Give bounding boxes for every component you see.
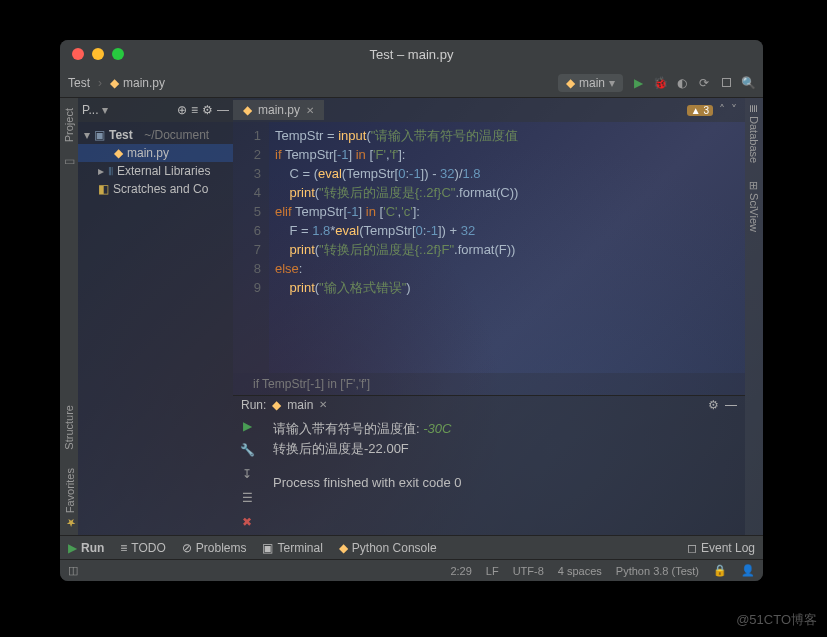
todo-tab[interactable]: ≡TODO: [120, 541, 165, 555]
structure-tool-tab[interactable]: Structure: [61, 399, 77, 456]
breadcrumb[interactable]: Test › ◆ main.py: [68, 76, 165, 90]
collapse-icon[interactable]: ≡: [191, 103, 198, 117]
project-tool-tab[interactable]: Project: [61, 102, 77, 148]
run-tool-window: Run: ◆ main ✕ ⚙ — ▶ 🔧 ↧ ☰ ✖: [233, 395, 745, 535]
run-coverage-button[interactable]: ◐: [675, 76, 689, 90]
run-label: Run:: [241, 398, 266, 412]
run-tab[interactable]: ▶Run: [68, 541, 104, 555]
console-line: 转换后的温度是-22.00F: [273, 439, 733, 459]
debug-button[interactable]: 🐞: [653, 76, 667, 90]
run-config-label: main: [579, 76, 605, 90]
run-button[interactable]: ▶: [631, 76, 645, 90]
python-console-tab[interactable]: ◆Python Console: [339, 541, 437, 555]
bottom-tool-bar: ▶Run ≡TODO ⊘Problems ▣Terminal ◆Python C…: [60, 535, 763, 559]
run-settings-icon[interactable]: ⚙: [708, 398, 719, 412]
code-editor[interactable]: 123456789 TempStr = input("请输入带有符号的温度值if…: [233, 122, 745, 373]
run-config-selector[interactable]: ◆ main ▾: [558, 74, 623, 92]
right-tool-strip: ≣ Database ⊞ SciView: [745, 98, 763, 535]
editor-breadcrumb-hint[interactable]: if TempStr[-1] in ['F','f']: [233, 373, 745, 395]
lock-icon[interactable]: 🔒: [713, 564, 727, 577]
inspect-icon[interactable]: 👤: [741, 564, 755, 577]
run-controls: ▶ 🔧 ↧ ☰ ✖: [233, 413, 261, 535]
event-log-tab[interactable]: ◻Event Log: [687, 541, 755, 555]
tool-window-toggle-icon[interactable]: ◫: [68, 564, 78, 577]
project-panel: P... ▾ ⊕ ≡ ⚙ — ▾ ▣ Test ~/Document ◆ mai…: [78, 98, 233, 535]
python-file-icon: ◆: [243, 103, 252, 117]
tree-file-main[interactable]: ◆ main.py: [78, 144, 233, 162]
titlebar: Test – main.py: [60, 40, 763, 68]
editor-tab-main[interactable]: ◆ main.py ✕: [233, 100, 324, 120]
cursor-position[interactable]: 2:29: [450, 565, 471, 577]
chevron-right-icon: ▸: [98, 164, 104, 178]
run-console[interactable]: 请输入带有符号的温度值: -30C 转换后的温度是-22.00F Process…: [261, 413, 745, 535]
code-content[interactable]: TempStr = input("请输入带有符号的温度值if TempStr[-…: [269, 122, 745, 373]
scratches-icon: ◧: [98, 182, 109, 196]
tree-scratches[interactable]: ◧ Scratches and Co: [78, 180, 233, 198]
python-icon: ◆: [566, 76, 575, 90]
sciview-tool-tab[interactable]: ⊞ SciView: [746, 175, 763, 238]
favorites-tool-tab[interactable]: ★ Favorites: [61, 462, 78, 535]
chevron-right-icon: ›: [98, 76, 102, 90]
editor-area: ◆ main.py ✕ ▲ 3 ˄ ˅ 123456789 TempStr = …: [233, 98, 745, 535]
console-line: Process finished with exit code 0: [273, 473, 733, 493]
database-tool-tab[interactable]: ≣ Database: [746, 98, 763, 169]
hide-icon[interactable]: —: [217, 103, 229, 117]
line-separator[interactable]: LF: [486, 565, 499, 577]
project-panel-header: P... ▾ ⊕ ≡ ⚙ —: [78, 98, 233, 122]
folder-icon: ▣: [94, 128, 105, 142]
delete-icon[interactable]: ✖: [242, 515, 252, 529]
terminal-tab[interactable]: ▣Terminal: [262, 541, 322, 555]
navigation-bar: Test › ◆ main.py ◆ main ▾ ▶ 🐞 ◐ ⟳ 🔍: [60, 68, 763, 98]
editor-tab-label: main.py: [258, 103, 300, 117]
close-run-tab-icon[interactable]: ✕: [319, 399, 327, 410]
editor-tab-bar: ◆ main.py ✕ ▲ 3 ˄ ˅: [233, 98, 745, 122]
indent-setting[interactable]: 4 spaces: [558, 565, 602, 577]
rerun-button[interactable]: ▶: [243, 419, 252, 433]
line-gutter: 123456789: [233, 122, 269, 373]
project-view-label[interactable]: P...: [82, 103, 98, 117]
tree-root[interactable]: ▾ ▣ Test ~/Document: [78, 126, 233, 144]
breadcrumb-project[interactable]: Test: [68, 76, 90, 90]
search-icon[interactable]: 🔍: [741, 76, 755, 90]
inspection-warning-badge[interactable]: ▲ 3: [687, 105, 713, 116]
hide-run-icon[interactable]: —: [725, 398, 737, 412]
chevron-down-icon: ▾: [84, 128, 90, 142]
left-tool-strip: Project ▭ Structure ★ Favorites: [60, 98, 78, 535]
bookmarks-icon[interactable]: ▭: [64, 154, 75, 168]
breadcrumb-file[interactable]: main.py: [123, 76, 165, 90]
run-header: Run: ◆ main ✕ ⚙ —: [233, 395, 745, 413]
print-icon[interactable]: ☰: [242, 491, 253, 505]
python-file-icon: ◆: [110, 76, 119, 90]
watermark: @51CTO博客: [736, 611, 817, 629]
python-file-icon: ◆: [114, 146, 123, 160]
console-line: 请输入带有符号的温度值: -30C: [273, 419, 733, 439]
chevron-down-icon: ▾: [609, 76, 615, 90]
window-title: Test – main.py: [60, 47, 763, 62]
stop-button[interactable]: [719, 76, 733, 90]
status-bar: ◫ 2:29 LF UTF-8 4 spaces Python 3.8 (Tes…: [60, 559, 763, 581]
scroll-icon[interactable]: ↧: [242, 467, 252, 481]
problems-tab[interactable]: ⊘Problems: [182, 541, 247, 555]
prev-highlight-icon[interactable]: ˄: [719, 103, 725, 117]
close-tab-icon[interactable]: ✕: [306, 105, 314, 116]
next-highlight-icon[interactable]: ˅: [731, 103, 737, 117]
project-tree: ▾ ▣ Test ~/Document ◆ main.py ▸ ⫴ Extern…: [78, 122, 233, 202]
settings-icon[interactable]: ⚙: [202, 103, 213, 117]
library-icon: ⫴: [108, 164, 113, 178]
tree-external-libs[interactable]: ▸ ⫴ External Libraries: [78, 162, 233, 180]
wrench-icon[interactable]: 🔧: [240, 443, 255, 457]
file-encoding[interactable]: UTF-8: [513, 565, 544, 577]
target-icon[interactable]: ⊕: [177, 103, 187, 117]
ide-window: Test – main.py Test › ◆ main.py ◆ main ▾…: [60, 40, 763, 581]
main-area: Project ▭ Structure ★ Favorites P... ▾ ⊕…: [60, 98, 763, 535]
run-config-name: main: [287, 398, 313, 412]
python-icon: ◆: [272, 398, 281, 412]
profile-button[interactable]: ⟳: [697, 76, 711, 90]
interpreter[interactable]: Python 3.8 (Test): [616, 565, 699, 577]
chevron-down-icon[interactable]: ▾: [102, 103, 108, 117]
